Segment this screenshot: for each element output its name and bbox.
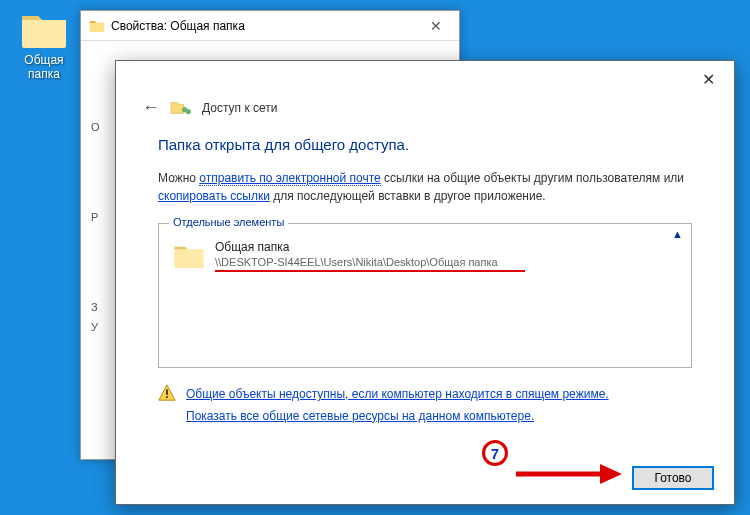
props-hint-1: О (91, 121, 100, 133)
folder-icon (173, 242, 205, 270)
shared-folder-icon (170, 99, 192, 117)
collapse-toggle-icon[interactable]: ▲ (672, 228, 683, 240)
desktop-folder-icon[interactable]: Общая папка (10, 10, 78, 82)
body-text: Можно отправить по электронной почте ссы… (158, 169, 692, 205)
share-header-title: Доступ к сети (202, 101, 277, 115)
props-hint-2: Р (91, 211, 98, 223)
back-arrow-icon[interactable]: ← (142, 97, 160, 118)
properties-titlebar[interactable]: Свойства: Общая папка (81, 11, 459, 41)
items-groupbox: Отдельные элементы ▲ Общая папка \\DESKT… (158, 223, 692, 368)
share-header: ← Доступ к сети (116, 61, 734, 118)
props-hint-3: З (91, 301, 98, 313)
main-heading: Папка открыта для общего доступа. (158, 136, 692, 153)
properties-title-text: Свойства: Общая папка (111, 19, 245, 33)
properties-close-button[interactable]: ✕ (421, 14, 451, 38)
props-hint-4: У (91, 321, 98, 333)
shared-folder-entry[interactable]: Общая папка \\DESKTOP-SI44EEL\Users\Niki… (159, 224, 691, 288)
svg-marker-5 (600, 464, 622, 484)
shared-folder-name: Общая папка (215, 240, 525, 254)
groupbox-title: Отдельные элементы (169, 216, 288, 228)
folder-icon (20, 10, 68, 50)
email-link[interactable]: отправить по электронной почте (199, 171, 380, 186)
body-text-prefix: Можно (158, 171, 199, 185)
annotation-step-marker: 7 (482, 440, 508, 466)
warning-icon (158, 384, 176, 402)
show-all-shares-link[interactable]: Показать все общие сетевые ресурсы на да… (186, 406, 609, 428)
desktop-folder-label: Общая папка (10, 53, 78, 82)
folder-icon (89, 19, 105, 33)
body-text-suffix: для последующей вставки в другое приложе… (270, 189, 546, 203)
annotation-underline (215, 270, 525, 272)
copy-link[interactable]: скопировать ссылки (158, 189, 270, 203)
close-button[interactable]: ✕ (692, 67, 724, 91)
svg-rect-3 (166, 396, 168, 398)
shared-folder-path: \\DESKTOP-SI44EEL\Users\Nikita\Desktop\О… (215, 256, 525, 268)
annotation-arrow-icon (514, 464, 622, 484)
svg-point-1 (186, 108, 191, 113)
done-button[interactable]: Готово (632, 466, 714, 490)
sleep-warning-link[interactable]: Общие объекты недоступны, если компьютер… (186, 384, 609, 406)
network-share-window: ✕ ← Доступ к сети Папка открыта для обще… (115, 60, 735, 505)
body-text-mid: ссылки на общие объекты другим пользоват… (381, 171, 684, 185)
svg-rect-2 (166, 389, 168, 394)
